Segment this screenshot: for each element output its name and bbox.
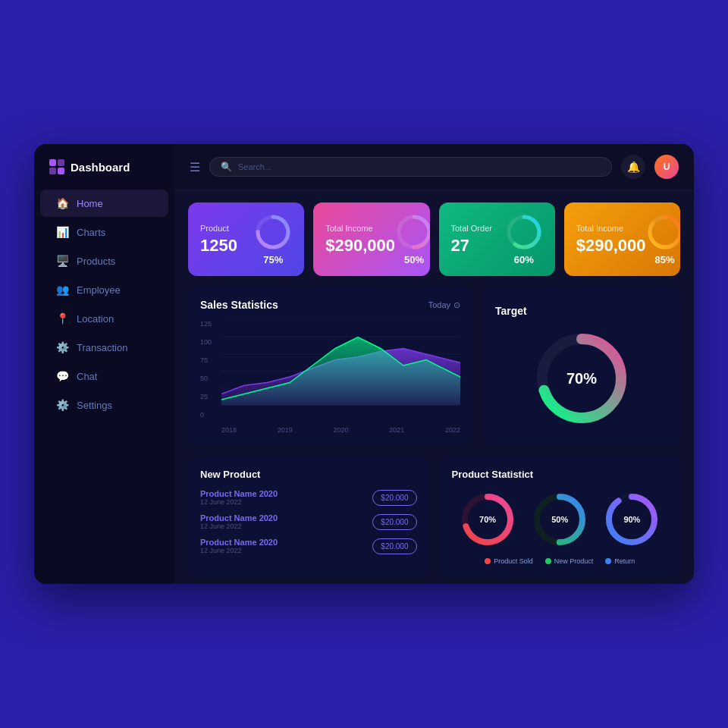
y-label: 125 (200, 320, 212, 328)
product-price-btn-1[interactable]: $20.000 (372, 514, 416, 530)
x-label: 2018 (221, 426, 237, 434)
nav-icon-chat: 💬 (55, 370, 69, 382)
nav-label-employee: Employee (77, 284, 121, 296)
search-placeholder: Search... (238, 162, 271, 171)
nav-icon-transaction: ⚙️ (55, 341, 69, 353)
product-stat-card: Product Statistict 70% 50% (440, 457, 681, 577)
bottom-row: New Product Product Name 2020 12 June 20… (188, 457, 680, 577)
y-label: 0 (200, 411, 212, 419)
product-date-1: 12 June 2022 (200, 522, 278, 530)
nav-label-settings: Settings (77, 400, 112, 411)
legend-dot (485, 558, 491, 564)
product-name-0: Product Name 2020 (200, 489, 278, 498)
product-price-btn-0[interactable]: $20.000 (372, 490, 416, 506)
stat-ring-order: 60% (505, 213, 543, 265)
notification-button[interactable]: 🔔 (621, 155, 645, 179)
sidebar-item-products[interactable]: 🖥️ Products (40, 247, 168, 275)
filter-arrow-icon: ⊙ (453, 300, 460, 310)
legend-item-product-sold: Product Sold (485, 557, 533, 565)
user-avatar[interactable]: U (654, 155, 679, 179)
donut-item-sold: 70% (457, 489, 518, 550)
filter-label: Today (428, 300, 450, 309)
new-product-title: New Product (200, 469, 417, 480)
sidebar-item-employee[interactable]: 👥 Employee (40, 276, 168, 303)
sidebar-item-chat[interactable]: 💬 Chat (40, 362, 168, 390)
stat-info-order: Total Order 27 (451, 224, 492, 256)
product-list: Product Name 2020 12 June 2022 $20.000 P… (200, 489, 417, 554)
product-price-btn-2[interactable]: $20.000 (372, 538, 416, 554)
donut-row: 70% 50% 90% (452, 489, 669, 550)
target-ring: 70% (532, 329, 631, 428)
chart-y-labels: 1251007550250 (200, 320, 212, 419)
sidebar-item-charts[interactable]: 📊 Charts (40, 218, 168, 246)
product-name-2: Product Name 2020 (200, 538, 278, 547)
nav-label-home: Home (77, 198, 103, 209)
stat-label-order: Total Order (451, 224, 492, 233)
x-label: 2022 (445, 426, 460, 434)
new-product-card: New Product Product Name 2020 12 June 20… (188, 457, 429, 577)
stat-label-product: Product (200, 224, 237, 233)
chart-title: Sales Statistics (200, 299, 278, 311)
donut-value-sold: 70% (479, 515, 496, 524)
product-stat-title: Product Statistict (452, 469, 669, 480)
stat-card-income1: Total Income $290,000 50% (313, 202, 429, 276)
stat-label-income1: Total Income (325, 224, 395, 233)
product-list-item: Product Name 2020 12 June 2022 $20.000 (200, 538, 417, 554)
donut-svg-wrap-new: 50% (529, 489, 590, 550)
x-label: 2020 (333, 426, 348, 434)
legend-label: Product Sold (494, 557, 533, 565)
topbar: ☰ 🔍 Search... 🔔 U (174, 144, 694, 190)
sidebar-logo: Dashboard (34, 159, 174, 190)
sales-chart-card: Sales Statistics Today ⊙ 1251007550250 (188, 287, 472, 446)
legend-row: Product Sold New Product Return (452, 557, 669, 565)
sidebar-navigation: 🏠 Home📊 Charts🖥️ Products👥 Employee📍 Loc… (34, 190, 174, 569)
y-label: 50 (200, 375, 212, 382)
stat-percent-income1: 50% (404, 254, 424, 265)
chart-header: Sales Statistics Today ⊙ (200, 299, 460, 311)
legend-item-new-product: New Product (545, 557, 594, 565)
donut-value-new: 50% (551, 515, 568, 524)
sidebar-item-location[interactable]: 📍 Location (40, 305, 168, 332)
chart-area: 1251007550250 (200, 320, 460, 434)
nav-label-products: Products (77, 256, 115, 267)
donut-item-return: 90% (601, 489, 662, 550)
nav-label-location: Location (77, 313, 114, 325)
stat-info-income1: Total Income $290,000 (325, 224, 395, 256)
stat-value-income2: $290,000 (576, 236, 646, 256)
product-date-2: 12 June 2022 (200, 547, 278, 554)
stat-value-income1: $290,000 (325, 236, 395, 256)
stat-ring-income1: 50% (395, 213, 429, 265)
sidebar-item-settings[interactable]: ⚙️ Settings (40, 391, 168, 419)
nav-icon-employee: 👥 (55, 284, 69, 296)
stat-ring-product: 75% (254, 213, 292, 265)
target-title: Target (495, 305, 527, 317)
stat-ring-income2: 85% (646, 213, 680, 265)
y-label: 25 (200, 393, 212, 400)
legend-label: New Product (554, 557, 594, 565)
dashboard-content: Product 1250 75% Total Income $290,000 (174, 190, 694, 584)
sidebar-item-transaction[interactable]: ⚙️ Transaction (40, 334, 168, 361)
legend-label: Return (614, 557, 635, 565)
x-label: 2021 (389, 426, 404, 434)
stat-label-income2: Total Income (576, 224, 646, 233)
sidebar-title: Dashboard (71, 161, 130, 174)
stat-percent-product: 75% (263, 254, 283, 265)
legend-dot (545, 558, 551, 564)
sidebar-item-home[interactable]: 🏠 Home (40, 190, 168, 217)
main-content: ☰ 🔍 Search... 🔔 U Product 1250 (174, 144, 694, 584)
product-info-2: Product Name 2020 12 June 2022 (200, 538, 278, 554)
middle-row: Sales Statistics Today ⊙ 1251007550250 (188, 287, 680, 446)
donut-value-return: 90% (623, 515, 640, 524)
legend-item-return: Return (605, 557, 635, 565)
logo-icon (49, 159, 64, 174)
chart-svg (221, 320, 460, 406)
chart-filter[interactable]: Today ⊙ (428, 300, 460, 310)
product-list-item: Product Name 2020 12 June 2022 $20.000 (200, 489, 417, 506)
stat-value-product: 1250 (200, 236, 237, 256)
search-bar[interactable]: 🔍 Search... (209, 157, 612, 177)
svg-point-7 (650, 217, 680, 247)
nav-icon-home: 🏠 (55, 197, 69, 209)
menu-icon[interactable]: ☰ (190, 160, 200, 174)
stat-percent-income2: 85% (655, 254, 675, 265)
product-date-0: 12 June 2022 (200, 498, 278, 506)
